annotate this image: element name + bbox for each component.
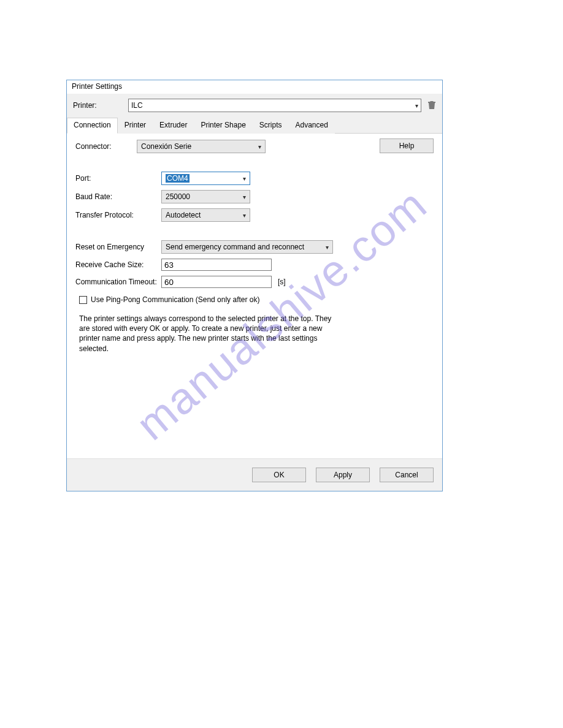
timeout-unit: [s] bbox=[278, 278, 286, 286]
printer-label: Printer: bbox=[73, 101, 122, 110]
connector-label: Connector: bbox=[75, 142, 137, 151]
chevron-down-icon: ▾ bbox=[243, 194, 246, 200]
connector-value: Conexión Serie bbox=[141, 142, 191, 151]
transfer-label: Transfer Protocol: bbox=[75, 211, 161, 219]
printer-dropdown[interactable]: ILC ▾ bbox=[128, 99, 421, 112]
printer-settings-dialog: Printer Settings Printer: ILC ▾ Connecti… bbox=[66, 80, 443, 491]
cache-label: Receive Cache Size: bbox=[75, 260, 161, 269]
baud-value: 250000 bbox=[166, 192, 190, 201]
port-value: COM4 bbox=[166, 174, 190, 183]
help-button[interactable]: Help bbox=[380, 138, 434, 153]
port-label: Port: bbox=[75, 174, 161, 183]
chevron-down-icon: ▾ bbox=[415, 102, 418, 109]
printer-selector-bar: Printer: ILC ▾ bbox=[67, 94, 442, 117]
tab-printer-shape[interactable]: Printer Shape bbox=[194, 118, 252, 134]
cancel-button[interactable]: Cancel bbox=[380, 468, 434, 482]
dialog-footer: OK Apply Cancel bbox=[67, 458, 442, 491]
info-text: The printer settings always correspond t… bbox=[79, 314, 337, 354]
chevron-down-icon: ▾ bbox=[243, 175, 246, 182]
reset-dropdown[interactable]: Send emergency command and reconnect ▾ bbox=[161, 240, 333, 254]
tab-printer[interactable]: Printer bbox=[118, 118, 153, 134]
dialog-title: Printer Settings bbox=[67, 80, 442, 94]
printer-dropdown-value: ILC bbox=[131, 101, 143, 110]
port-dropdown[interactable]: COM4 ▾ bbox=[161, 172, 250, 185]
apply-button[interactable]: Apply bbox=[316, 468, 370, 482]
trash-icon[interactable] bbox=[427, 100, 436, 112]
ok-button[interactable]: OK bbox=[252, 468, 306, 482]
tab-bar: Connection Printer Extruder Printer Shap… bbox=[67, 117, 442, 134]
chevron-down-icon: ▾ bbox=[326, 244, 329, 251]
pingpong-label: Use Ping-Pong Communication (Send only a… bbox=[91, 295, 259, 304]
transfer-value: Autodetect bbox=[166, 211, 201, 219]
connector-dropdown[interactable]: Conexión Serie ▾ bbox=[137, 140, 266, 153]
baud-label: Baud Rate: bbox=[75, 192, 161, 201]
pingpong-checkbox[interactable] bbox=[79, 296, 87, 304]
reset-label: Reset on Emergency bbox=[75, 243, 161, 251]
reset-value: Send emergency command and reconnect bbox=[166, 243, 304, 251]
transfer-dropdown[interactable]: Autodetect ▾ bbox=[161, 208, 250, 222]
baud-dropdown[interactable]: 250000 ▾ bbox=[161, 190, 250, 203]
tab-extruder[interactable]: Extruder bbox=[153, 118, 194, 134]
cache-input[interactable] bbox=[161, 259, 272, 271]
chevron-down-icon: ▾ bbox=[258, 143, 261, 150]
connection-page: Help Connector: Conexión Serie ▾ Port: C… bbox=[67, 134, 442, 458]
timeout-input[interactable] bbox=[161, 276, 272, 288]
tab-advanced[interactable]: Advanced bbox=[289, 118, 335, 134]
timeout-label: Communication Timeout: bbox=[75, 278, 161, 286]
tab-scripts[interactable]: Scripts bbox=[253, 118, 289, 134]
tab-connection[interactable]: Connection bbox=[67, 118, 118, 134]
chevron-down-icon: ▾ bbox=[243, 212, 246, 219]
